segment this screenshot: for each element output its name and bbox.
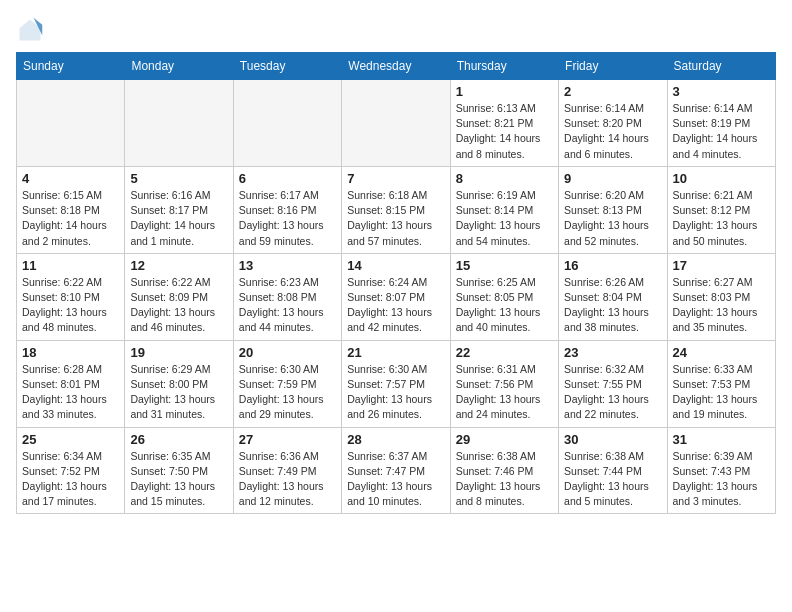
calendar-cell: 5Sunrise: 6:16 AM Sunset: 8:17 PM Daylig…: [125, 166, 233, 253]
day-number: 13: [239, 258, 336, 273]
day-info: Sunrise: 6:15 AM Sunset: 8:18 PM Dayligh…: [22, 188, 119, 249]
calendar-cell: 20Sunrise: 6:30 AM Sunset: 7:59 PM Dayli…: [233, 340, 341, 427]
calendar-cell: 25Sunrise: 6:34 AM Sunset: 7:52 PM Dayli…: [17, 427, 125, 514]
calendar-cell: 2Sunrise: 6:14 AM Sunset: 8:20 PM Daylig…: [559, 80, 667, 167]
day-info: Sunrise: 6:27 AM Sunset: 8:03 PM Dayligh…: [673, 275, 770, 336]
day-info: Sunrise: 6:26 AM Sunset: 8:04 PM Dayligh…: [564, 275, 661, 336]
calendar-cell: 12Sunrise: 6:22 AM Sunset: 8:09 PM Dayli…: [125, 253, 233, 340]
calendar-cell: [17, 80, 125, 167]
calendar-cell: 21Sunrise: 6:30 AM Sunset: 7:57 PM Dayli…: [342, 340, 450, 427]
calendar-cell: 3Sunrise: 6:14 AM Sunset: 8:19 PM Daylig…: [667, 80, 775, 167]
day-number: 26: [130, 432, 227, 447]
calendar-header-saturday: Saturday: [667, 53, 775, 80]
day-info: Sunrise: 6:17 AM Sunset: 8:16 PM Dayligh…: [239, 188, 336, 249]
day-number: 19: [130, 345, 227, 360]
calendar-week-row: 25Sunrise: 6:34 AM Sunset: 7:52 PM Dayli…: [17, 427, 776, 514]
calendar-header-sunday: Sunday: [17, 53, 125, 80]
day-info: Sunrise: 6:24 AM Sunset: 8:07 PM Dayligh…: [347, 275, 444, 336]
day-info: Sunrise: 6:33 AM Sunset: 7:53 PM Dayligh…: [673, 362, 770, 423]
day-info: Sunrise: 6:13 AM Sunset: 8:21 PM Dayligh…: [456, 101, 553, 162]
calendar-cell: 17Sunrise: 6:27 AM Sunset: 8:03 PM Dayli…: [667, 253, 775, 340]
calendar-cell: 11Sunrise: 6:22 AM Sunset: 8:10 PM Dayli…: [17, 253, 125, 340]
day-number: 24: [673, 345, 770, 360]
day-number: 10: [673, 171, 770, 186]
calendar-header-friday: Friday: [559, 53, 667, 80]
calendar-cell: 9Sunrise: 6:20 AM Sunset: 8:13 PM Daylig…: [559, 166, 667, 253]
day-number: 11: [22, 258, 119, 273]
day-number: 30: [564, 432, 661, 447]
day-info: Sunrise: 6:32 AM Sunset: 7:55 PM Dayligh…: [564, 362, 661, 423]
day-number: 14: [347, 258, 444, 273]
calendar-header-thursday: Thursday: [450, 53, 558, 80]
calendar-cell: 14Sunrise: 6:24 AM Sunset: 8:07 PM Dayli…: [342, 253, 450, 340]
calendar-cell: [125, 80, 233, 167]
calendar-cell: 24Sunrise: 6:33 AM Sunset: 7:53 PM Dayli…: [667, 340, 775, 427]
day-number: 25: [22, 432, 119, 447]
day-info: Sunrise: 6:30 AM Sunset: 7:57 PM Dayligh…: [347, 362, 444, 423]
day-number: 4: [22, 171, 119, 186]
calendar-header-row: SundayMondayTuesdayWednesdayThursdayFrid…: [17, 53, 776, 80]
day-info: Sunrise: 6:39 AM Sunset: 7:43 PM Dayligh…: [673, 449, 770, 510]
page-header: [16, 16, 776, 44]
day-number: 28: [347, 432, 444, 447]
day-info: Sunrise: 6:16 AM Sunset: 8:17 PM Dayligh…: [130, 188, 227, 249]
calendar-cell: 29Sunrise: 6:38 AM Sunset: 7:46 PM Dayli…: [450, 427, 558, 514]
day-info: Sunrise: 6:29 AM Sunset: 8:00 PM Dayligh…: [130, 362, 227, 423]
day-info: Sunrise: 6:35 AM Sunset: 7:50 PM Dayligh…: [130, 449, 227, 510]
calendar-cell: 7Sunrise: 6:18 AM Sunset: 8:15 PM Daylig…: [342, 166, 450, 253]
day-info: Sunrise: 6:20 AM Sunset: 8:13 PM Dayligh…: [564, 188, 661, 249]
calendar-cell: 15Sunrise: 6:25 AM Sunset: 8:05 PM Dayli…: [450, 253, 558, 340]
day-number: 29: [456, 432, 553, 447]
day-number: 5: [130, 171, 227, 186]
day-info: Sunrise: 6:22 AM Sunset: 8:09 PM Dayligh…: [130, 275, 227, 336]
day-info: Sunrise: 6:22 AM Sunset: 8:10 PM Dayligh…: [22, 275, 119, 336]
day-info: Sunrise: 6:18 AM Sunset: 8:15 PM Dayligh…: [347, 188, 444, 249]
calendar-header-monday: Monday: [125, 53, 233, 80]
day-info: Sunrise: 6:38 AM Sunset: 7:44 PM Dayligh…: [564, 449, 661, 510]
calendar-cell: 27Sunrise: 6:36 AM Sunset: 7:49 PM Dayli…: [233, 427, 341, 514]
calendar-week-row: 11Sunrise: 6:22 AM Sunset: 8:10 PM Dayli…: [17, 253, 776, 340]
day-number: 1: [456, 84, 553, 99]
day-number: 9: [564, 171, 661, 186]
day-info: Sunrise: 6:25 AM Sunset: 8:05 PM Dayligh…: [456, 275, 553, 336]
day-info: Sunrise: 6:36 AM Sunset: 7:49 PM Dayligh…: [239, 449, 336, 510]
calendar-cell: 28Sunrise: 6:37 AM Sunset: 7:47 PM Dayli…: [342, 427, 450, 514]
day-info: Sunrise: 6:30 AM Sunset: 7:59 PM Dayligh…: [239, 362, 336, 423]
day-info: Sunrise: 6:23 AM Sunset: 8:08 PM Dayligh…: [239, 275, 336, 336]
day-number: 8: [456, 171, 553, 186]
day-info: Sunrise: 6:19 AM Sunset: 8:14 PM Dayligh…: [456, 188, 553, 249]
calendar-week-row: 18Sunrise: 6:28 AM Sunset: 8:01 PM Dayli…: [17, 340, 776, 427]
day-info: Sunrise: 6:31 AM Sunset: 7:56 PM Dayligh…: [456, 362, 553, 423]
calendar-week-row: 4Sunrise: 6:15 AM Sunset: 8:18 PM Daylig…: [17, 166, 776, 253]
calendar-cell: 19Sunrise: 6:29 AM Sunset: 8:00 PM Dayli…: [125, 340, 233, 427]
calendar-cell: 6Sunrise: 6:17 AM Sunset: 8:16 PM Daylig…: [233, 166, 341, 253]
calendar-cell: 22Sunrise: 6:31 AM Sunset: 7:56 PM Dayli…: [450, 340, 558, 427]
day-info: Sunrise: 6:28 AM Sunset: 8:01 PM Dayligh…: [22, 362, 119, 423]
logo-icon: [16, 16, 44, 44]
day-number: 12: [130, 258, 227, 273]
calendar-cell: 30Sunrise: 6:38 AM Sunset: 7:44 PM Dayli…: [559, 427, 667, 514]
calendar-cell: 18Sunrise: 6:28 AM Sunset: 8:01 PM Dayli…: [17, 340, 125, 427]
day-number: 23: [564, 345, 661, 360]
day-number: 17: [673, 258, 770, 273]
calendar-cell: 1Sunrise: 6:13 AM Sunset: 8:21 PM Daylig…: [450, 80, 558, 167]
day-number: 22: [456, 345, 553, 360]
day-number: 2: [564, 84, 661, 99]
day-info: Sunrise: 6:37 AM Sunset: 7:47 PM Dayligh…: [347, 449, 444, 510]
day-info: Sunrise: 6:14 AM Sunset: 8:19 PM Dayligh…: [673, 101, 770, 162]
calendar-header-wednesday: Wednesday: [342, 53, 450, 80]
day-info: Sunrise: 6:21 AM Sunset: 8:12 PM Dayligh…: [673, 188, 770, 249]
calendar-week-row: 1Sunrise: 6:13 AM Sunset: 8:21 PM Daylig…: [17, 80, 776, 167]
calendar-table: SundayMondayTuesdayWednesdayThursdayFrid…: [16, 52, 776, 514]
day-number: 27: [239, 432, 336, 447]
day-number: 15: [456, 258, 553, 273]
calendar-cell: 13Sunrise: 6:23 AM Sunset: 8:08 PM Dayli…: [233, 253, 341, 340]
calendar-cell: 31Sunrise: 6:39 AM Sunset: 7:43 PM Dayli…: [667, 427, 775, 514]
day-number: 31: [673, 432, 770, 447]
calendar-header-tuesday: Tuesday: [233, 53, 341, 80]
calendar-cell: 26Sunrise: 6:35 AM Sunset: 7:50 PM Dayli…: [125, 427, 233, 514]
day-info: Sunrise: 6:14 AM Sunset: 8:20 PM Dayligh…: [564, 101, 661, 162]
day-info: Sunrise: 6:34 AM Sunset: 7:52 PM Dayligh…: [22, 449, 119, 510]
day-number: 16: [564, 258, 661, 273]
calendar-cell: 8Sunrise: 6:19 AM Sunset: 8:14 PM Daylig…: [450, 166, 558, 253]
